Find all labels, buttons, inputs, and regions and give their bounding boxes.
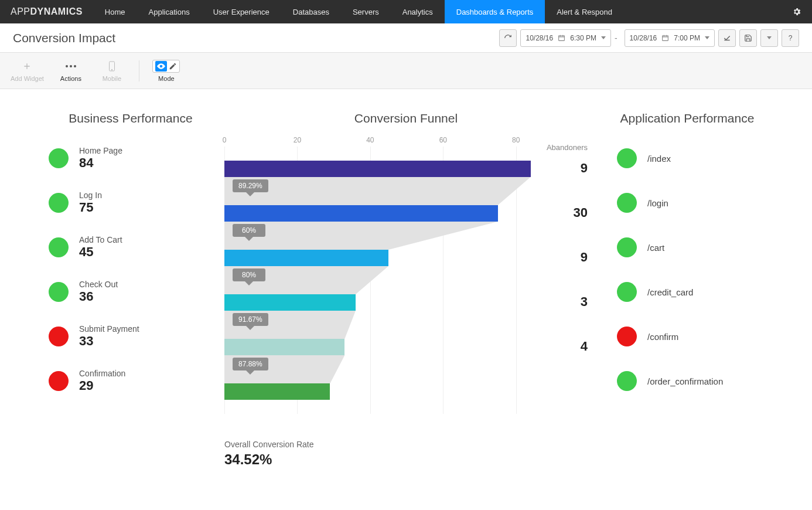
refresh-icon	[504, 34, 512, 42]
svg-point-6	[111, 69, 112, 70]
nav-item-analytics[interactable]: Analytics	[391, 0, 445, 23]
application-performance-column: Application Performance /index /login /c…	[599, 111, 775, 403]
abandoners-count: 9	[552, 250, 588, 265]
funnel-bar	[224, 250, 388, 266]
calendar-icon	[558, 34, 565, 42]
app-path: /order_confirmation	[647, 376, 723, 386]
add-widget-button[interactable]: Add Widget	[11, 60, 44, 82]
status-dot	[617, 193, 637, 213]
overall-conversion: Overall Conversion Rate 34.52%	[224, 440, 588, 468]
pct-value: 89.29%	[233, 179, 268, 192]
save-button[interactable]	[739, 29, 757, 47]
funnel-axis: 020406080	[224, 136, 588, 147]
top-nav: APPDYNAMICS HomeApplicationsUser Experie…	[0, 0, 812, 23]
pct-value: 80%	[233, 268, 265, 281]
actions-button[interactable]: Actions	[57, 60, 85, 82]
app-row: /credit_card	[599, 270, 775, 314]
pct-value: 87.88%	[233, 358, 268, 370]
app-path: /confirm	[647, 332, 678, 342]
business-row: Add To Cart 45	[49, 225, 213, 270]
pct-value: 91.67%	[233, 313, 268, 326]
app-heading: Application Performance	[599, 111, 775, 125]
date-to-picker[interactable]: 10/28/16 7:00 PM	[625, 29, 715, 47]
mobile-icon	[108, 60, 115, 73]
nav-item-dashboards-reports[interactable]: Dashboards & Reports	[445, 0, 545, 23]
step-label: Confirmation	[79, 369, 125, 378]
subheader: Conversion Impact 10/28/16 6:30 PM - 10/…	[0, 23, 812, 53]
nav-items: HomeApplicationsUser ExperienceDatabases…	[93, 0, 624, 23]
check-icon	[723, 34, 731, 42]
app-path: /login	[647, 198, 668, 208]
business-heading: Business Performance	[49, 111, 213, 125]
status-dot	[617, 148, 637, 168]
dashboard-content: Business Performance Home Page 84 Log In…	[0, 89, 812, 491]
mode-toggle-button[interactable]: Mode	[152, 60, 180, 82]
nav-item-databases[interactable]: Databases	[281, 0, 341, 23]
business-row: Home Page 84	[49, 136, 213, 181]
step-count: 33	[79, 334, 139, 349]
business-row: Log In 75	[49, 181, 213, 225]
toolbar-divider	[139, 60, 139, 81]
settings-gear-button[interactable]	[782, 0, 812, 23]
conversion-funnel-column: Conversion Funnel 020406080 Abandoners 8…	[224, 111, 588, 468]
funnel-row: 89.29%9	[224, 147, 588, 191]
status-dot	[49, 282, 69, 302]
nav-item-servers[interactable]: Servers	[341, 0, 391, 23]
app-row: /index	[599, 136, 775, 181]
mobile-button[interactable]: Mobile	[98, 60, 126, 82]
status-dot	[49, 371, 69, 391]
app-row: /cart	[599, 225, 775, 270]
svg-rect-0	[559, 36, 565, 41]
app-path: /index	[647, 154, 671, 164]
status-dot	[617, 282, 637, 302]
svg-marker-7	[224, 177, 531, 205]
status-dot	[49, 327, 69, 346]
abandoners-count: 9	[552, 161, 588, 176]
date-from-value: 10/28/16	[526, 34, 553, 42]
app-path: /cart	[647, 243, 664, 253]
axis-tick: 0	[223, 136, 227, 144]
step-label: Add To Cart	[79, 235, 122, 244]
business-performance-column: Business Performance Home Page 84 Log In…	[37, 111, 213, 403]
funnel-heading: Conversion Funnel	[224, 111, 588, 125]
axis-tick: 20	[294, 136, 301, 144]
actions-label: Actions	[60, 75, 81, 82]
step-label: Check Out	[79, 280, 118, 289]
status-dot	[617, 327, 637, 346]
date-range-separator: -	[611, 29, 621, 47]
svg-rect-1	[663, 36, 668, 41]
dashboard-toolbar: Add Widget Actions Mobile Mode	[0, 53, 812, 89]
date-to-value: 10/28/16	[630, 34, 657, 42]
business-row: Confirmation 29	[49, 359, 213, 403]
status-dot	[49, 148, 69, 168]
help-button[interactable]: ?	[782, 29, 799, 47]
funnel-bar	[224, 383, 330, 400]
svg-point-4	[74, 65, 76, 67]
svg-point-3	[70, 65, 72, 67]
view-edit-icon	[152, 60, 180, 73]
step-count: 29	[79, 378, 125, 393]
brand-dynamics: DYNAMICS	[30, 6, 83, 17]
nav-item-alert-respond[interactable]: Alert & Respond	[545, 0, 624, 23]
funnel-bar	[224, 294, 356, 311]
app-path: /credit_card	[647, 287, 693, 297]
date-from-picker[interactable]: 10/28/16 6:30 PM	[520, 29, 610, 47]
nav-item-user-experience[interactable]: User Experience	[202, 0, 281, 23]
more-dropdown-button[interactable]	[760, 29, 778, 47]
time-from-value: 6:30 PM	[570, 34, 596, 42]
nav-item-applications[interactable]: Applications	[137, 0, 202, 23]
business-row: Submit Payment 33	[49, 314, 213, 359]
nav-item-home[interactable]: Home	[93, 0, 137, 23]
app-row: /confirm	[599, 314, 775, 359]
step-label: Submit Payment	[79, 324, 139, 334]
status-dot	[49, 193, 69, 213]
page-title: Conversion Impact	[13, 31, 115, 45]
status-dot	[617, 237, 637, 257]
mobile-label: Mobile	[103, 75, 121, 82]
mode-label: Mode	[158, 75, 175, 82]
apply-check-button[interactable]	[718, 29, 736, 47]
axis-tick: 80	[512, 136, 520, 144]
refresh-button[interactable]	[499, 29, 517, 47]
funnel-bar	[224, 161, 531, 177]
axis-tick: 40	[366, 136, 374, 144]
